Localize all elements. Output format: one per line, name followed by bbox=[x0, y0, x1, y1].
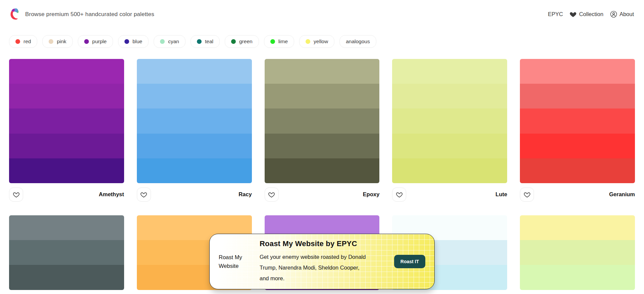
filter-bar: redpinkpurplebluecyantealgreenlimeyellow… bbox=[0, 35, 644, 48]
color-swatch[interactable] bbox=[392, 84, 507, 108]
color-swatch[interactable] bbox=[265, 108, 380, 133]
teal-color-dot-icon bbox=[197, 39, 202, 44]
yellow-color-dot-icon bbox=[306, 39, 310, 44]
favorite-palette-button[interactable] bbox=[520, 188, 534, 202]
person-icon bbox=[610, 11, 617, 18]
filter-pill-green[interactable]: green bbox=[225, 35, 259, 48]
filter-label: yellow bbox=[314, 39, 328, 45]
palette-swatches bbox=[520, 215, 635, 290]
color-swatch[interactable] bbox=[265, 84, 380, 108]
palette-swatches bbox=[137, 59, 252, 183]
logo-red-segment bbox=[10, 11, 18, 19]
color-swatch[interactable] bbox=[265, 158, 380, 183]
color-swatch[interactable] bbox=[520, 59, 635, 84]
palette-swatches bbox=[9, 59, 124, 183]
nav-about-label: About bbox=[620, 11, 634, 17]
palette-card-footer: Racy bbox=[137, 188, 252, 202]
color-swatch[interactable] bbox=[520, 240, 635, 265]
heart-icon bbox=[570, 11, 577, 17]
color-swatch[interactable] bbox=[137, 158, 252, 183]
palette-name: Geranium bbox=[609, 191, 635, 198]
nav-item-collection[interactable]: Collection bbox=[570, 11, 603, 17]
blue-color-dot-icon bbox=[124, 39, 129, 44]
palette-card bbox=[520, 215, 635, 290]
color-swatch[interactable] bbox=[9, 84, 124, 108]
filter-label: analogous bbox=[346, 39, 370, 45]
color-swatch[interactable] bbox=[137, 134, 252, 158]
header: Browse premium 500+ handcurated color pa… bbox=[0, 0, 644, 27]
palette-card-footer: Amethyst bbox=[9, 188, 124, 202]
filter-pill-blue[interactable]: blue bbox=[118, 35, 149, 48]
logo-purple-segment bbox=[11, 8, 15, 11]
color-swatch[interactable] bbox=[9, 108, 124, 133]
heart-outline-icon bbox=[13, 192, 19, 198]
palette-card bbox=[9, 215, 124, 290]
favorite-palette-button[interactable] bbox=[392, 188, 406, 202]
palette-card-epoxy: Epoxy bbox=[265, 59, 380, 202]
palette-name: Amethyst bbox=[99, 191, 124, 198]
filter-label: teal bbox=[205, 39, 213, 45]
color-swatch[interactable] bbox=[9, 134, 124, 158]
color-swatch[interactable] bbox=[392, 134, 507, 158]
color-swatch[interactable] bbox=[520, 134, 635, 158]
palette-swatches bbox=[265, 59, 380, 183]
green-color-dot-icon bbox=[231, 39, 236, 44]
purple-color-dot-icon bbox=[84, 39, 89, 44]
color-swatch[interactable] bbox=[9, 59, 124, 84]
filter-pill-pink[interactable]: pink bbox=[42, 35, 72, 48]
color-swatch[interactable] bbox=[520, 215, 635, 240]
palette-name: Racy bbox=[238, 191, 252, 198]
color-swatch[interactable] bbox=[265, 134, 380, 158]
red-color-dot-icon bbox=[15, 39, 20, 44]
heart-outline-icon bbox=[141, 192, 147, 198]
nav-item-about[interactable]: About bbox=[610, 11, 634, 18]
filter-pill-purple[interactable]: purple bbox=[78, 35, 113, 48]
color-swatch[interactable] bbox=[392, 108, 507, 133]
palette-card-geranium: Geranium bbox=[520, 59, 635, 202]
filter-pill-red[interactable]: red bbox=[9, 35, 37, 48]
epyc-logo-icon[interactable] bbox=[8, 7, 21, 21]
color-swatch[interactable] bbox=[392, 59, 507, 84]
favorite-palette-button[interactable] bbox=[265, 188, 279, 202]
filter-label: pink bbox=[57, 39, 66, 45]
top-nav: EPYC Collection About bbox=[548, 11, 634, 18]
heart-outline-icon bbox=[396, 192, 402, 198]
filter-pill-cyan[interactable]: cyan bbox=[154, 35, 185, 48]
roast-it-button[interactable]: Roast IT bbox=[394, 255, 425, 268]
palette-swatches bbox=[520, 59, 635, 183]
filter-pill-lime[interactable]: lime bbox=[264, 35, 294, 48]
nav-item-epyc[interactable]: EPYC bbox=[548, 11, 563, 17]
nav-collection-label: Collection bbox=[579, 11, 603, 17]
color-swatch[interactable] bbox=[520, 84, 635, 108]
color-swatch[interactable] bbox=[9, 158, 124, 183]
roast-popup-content: Roast My Website by EPYC Get your enemy … bbox=[253, 239, 394, 284]
color-swatch[interactable] bbox=[9, 215, 124, 240]
color-swatch[interactable] bbox=[520, 158, 635, 183]
color-swatch[interactable] bbox=[9, 265, 124, 290]
nav-epyc-label: EPYC bbox=[548, 11, 563, 17]
palette-card-footer: Lute bbox=[392, 188, 507, 202]
palette-card-amethyst: Amethyst bbox=[9, 59, 124, 202]
favorite-palette-button[interactable] bbox=[137, 188, 151, 202]
heart-outline-icon bbox=[268, 192, 275, 198]
cyan-color-dot-icon bbox=[160, 39, 165, 44]
palette-name: Lute bbox=[495, 191, 507, 198]
color-swatch[interactable] bbox=[137, 108, 252, 133]
color-swatch[interactable] bbox=[137, 59, 252, 84]
color-swatch[interactable] bbox=[265, 59, 380, 84]
palette-name: Epoxy bbox=[363, 191, 380, 198]
color-swatch[interactable] bbox=[392, 158, 507, 183]
heart-outline-icon bbox=[524, 192, 530, 198]
color-swatch[interactable] bbox=[137, 84, 252, 108]
filter-pill-teal[interactable]: teal bbox=[191, 35, 220, 48]
color-swatch[interactable] bbox=[520, 265, 635, 290]
lime-color-dot-icon bbox=[270, 39, 275, 44]
color-swatch[interactable] bbox=[9, 240, 124, 265]
favorite-palette-button[interactable] bbox=[9, 188, 23, 202]
color-swatch[interactable] bbox=[520, 108, 635, 133]
palette-card-footer: Epoxy bbox=[265, 188, 380, 202]
filter-pill-yellow[interactable]: yellow bbox=[299, 35, 334, 48]
filter-pill-analogous[interactable]: analogous bbox=[339, 35, 376, 48]
roast-popup-side-label: Roast My Website bbox=[219, 253, 253, 271]
palette-card-footer: Geranium bbox=[520, 188, 635, 202]
